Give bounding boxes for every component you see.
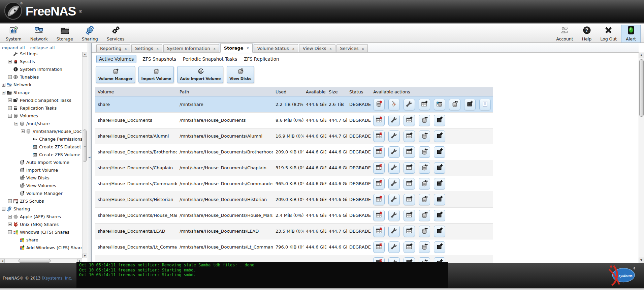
dataset-add-button[interactable] (404, 130, 415, 142)
wrench-button[interactable] (404, 99, 415, 110)
subtab-zfs-snapshots[interactable]: ZFS Snapshots (142, 55, 177, 63)
wrench-button[interactable] (388, 130, 400, 142)
sidebar-item-system-information[interactable]: System Information (0, 65, 82, 73)
snapshot-add-button[interactable] (434, 178, 445, 190)
snapshot-add-button[interactable] (434, 241, 445, 253)
sidebar-splitter[interactable] (87, 43, 92, 263)
sidebar-item-mnt-share-house-docum[interactable]: /mnt/share/House_Docum (0, 127, 82, 135)
import-volume-button[interactable]: Import Volume (138, 66, 174, 83)
wrench-button[interactable] (388, 226, 400, 237)
nav-item-network[interactable]: Network (26, 25, 52, 42)
wrench-button[interactable] (388, 241, 400, 253)
dataset-delete-button[interactable] (373, 130, 385, 142)
permissions-button[interactable] (419, 162, 430, 174)
expander-plus-icon[interactable] (2, 83, 5, 87)
dataset-delete-button[interactable] (373, 226, 385, 237)
sidebar-item-create-zfs-dataset[interactable]: Create ZFS Dataset (0, 143, 82, 151)
scroll-left-icon[interactable]: ◀ (0, 259, 5, 263)
dataset-add-button[interactable] (404, 226, 415, 237)
nav-item-storage[interactable]: Storage (52, 25, 77, 42)
sidebar-item-unix-nfs-shares[interactable]: Unix (NFS) Shares (0, 221, 82, 228)
dataset-add-button[interactable] (404, 194, 415, 205)
permissions-button[interactable] (419, 115, 430, 126)
tab-view-disks[interactable]: View Disksx (299, 44, 335, 52)
permissions-button[interactable] (419, 226, 430, 237)
tab-volume-status[interactable]: Volume Statusx (254, 44, 298, 52)
permissions-button[interactable] (419, 178, 430, 190)
dataset-delete-button[interactable] (373, 146, 385, 158)
sidebar-item-sharing[interactable]: Sharing (0, 205, 82, 213)
tab-close-icon[interactable]: x (214, 47, 216, 51)
expander-minus-icon[interactable] (2, 207, 5, 211)
table-row-share[interactable]: share/mnt/share2.2 TiB (83%)444.6 GiB2.6… (95, 96, 493, 112)
permissions-button[interactable] (419, 146, 430, 158)
expander-minus-icon[interactable] (14, 122, 18, 125)
tab-system-information[interactable]: System Informationx (163, 44, 219, 52)
snapshot-add-button[interactable] (434, 194, 445, 205)
scroll-up-icon[interactable]: ▲ (639, 53, 644, 58)
wrench-button[interactable] (388, 210, 400, 221)
sidebar-item-view-volumes[interactable]: View Volumes (0, 182, 82, 190)
sidebar-item-windows-cifs-shares[interactable]: Windows (CIFS) Shares (0, 228, 82, 236)
view-disks-button[interactable]: View Disks (227, 66, 254, 83)
table-row-share-house-documents[interactable]: share/House_Documents/mnt/share/House_Do… (95, 112, 493, 128)
scroll-down-icon[interactable]: ▼ (639, 258, 644, 263)
snapshot-add-button[interactable] (434, 130, 445, 142)
sidebar-item-storage[interactable]: Storage (0, 89, 82, 96)
expander-plus-icon[interactable] (8, 223, 12, 226)
wrench-button[interactable] (388, 194, 400, 205)
sidebar-item-share[interactable]: share (0, 236, 82, 244)
nav-item-system[interactable]: System (1, 25, 26, 42)
expander-plus-icon[interactable] (8, 60, 12, 63)
sidebar-item-periodic-snapshot-tasks[interactable]: Periodic Snapshot Tasks (0, 96, 82, 104)
tab-settings[interactable]: Settingsx (131, 44, 162, 52)
status-doc-button[interactable] (479, 99, 491, 110)
sidebar-item-change-permissions[interactable]: Change Permissions (0, 135, 82, 143)
permissions-button[interactable] (449, 99, 460, 110)
expander-plus-icon[interactable] (21, 129, 25, 133)
content-scrollbar-thumb[interactable] (639, 59, 644, 117)
permissions-button[interactable] (419, 130, 430, 142)
expander-plus-icon[interactable] (8, 199, 12, 203)
expander-plus-icon[interactable] (8, 98, 12, 102)
permissions-button[interactable] (419, 210, 430, 221)
snapshot-add-button[interactable] (434, 115, 445, 126)
tab-close-icon[interactable]: x (362, 47, 364, 51)
snapshot-add-button[interactable] (434, 146, 445, 158)
sidebar-horizontal-scrollbar[interactable]: ◀ ▶ (0, 258, 82, 263)
sidebar-item-settings[interactable]: Settings (0, 52, 82, 58)
database-delete-button[interactable] (373, 99, 385, 110)
tab-close-icon[interactable]: x (292, 47, 294, 51)
subtab-periodic-snapshot-tasks[interactable]: Periodic Snapshot Tasks (182, 55, 238, 63)
tab-close-icon[interactable]: x (125, 47, 127, 51)
table-row-share-house-documents-alumni[interactable]: share/House_Documents/Alumni/mnt/share/H… (95, 128, 493, 144)
table-row-share-house-documents-commander[interactable]: share/House_Documents/Commander/mnt/shar… (95, 176, 493, 192)
sidebar-hscrollbar-thumb[interactable] (19, 259, 51, 263)
permissions-button[interactable] (419, 194, 430, 205)
tab-close-icon[interactable]: x (329, 47, 331, 51)
dataset-add-button[interactable] (404, 162, 415, 174)
dataset-add-button[interactable] (404, 210, 415, 221)
scrub-button[interactable] (388, 99, 400, 110)
table-row-share-house-documents-chaplain[interactable]: share/House_Documents/Chaplain/mnt/share… (95, 160, 493, 176)
tab-services[interactable]: Servicesx (336, 44, 368, 52)
dataset-delete-button[interactable] (373, 115, 385, 126)
dataset-add-button[interactable] (404, 178, 415, 190)
nav-item-alert[interactable]: Alert (621, 25, 641, 42)
nav-item-log-out[interactable]: Log Out (596, 25, 621, 42)
table-row-share-house-documents-historian[interactable]: share/House_Documents/Historian/mnt/shar… (95, 192, 493, 207)
sidebar-item-mnt-share[interactable]: /mnt/share (0, 120, 82, 127)
expander-minus-icon[interactable] (8, 230, 12, 234)
snapshot-add-button[interactable] (434, 210, 445, 221)
sidebar-item-network[interactable]: Network (0, 81, 82, 89)
sidebar-item-sysctls[interactable]: Sysctls (0, 58, 82, 65)
sidebar-item-auto-import-volume[interactable]: Auto Import Volume (0, 158, 82, 166)
table-row-share-house-documents-house-manager[interactable]: share/House_Documents/House_Manager/mnt/… (95, 207, 493, 223)
volume-manager-button[interactable]: Volume Manager (96, 66, 135, 83)
wrench-button[interactable] (388, 146, 400, 158)
dataset-add-button[interactable] (419, 99, 430, 110)
wrench-button[interactable] (388, 178, 400, 190)
permissions-button[interactable] (419, 241, 430, 253)
expand-all-link[interactable]: expand all (2, 45, 25, 50)
snapshot-add-button[interactable] (464, 99, 476, 110)
